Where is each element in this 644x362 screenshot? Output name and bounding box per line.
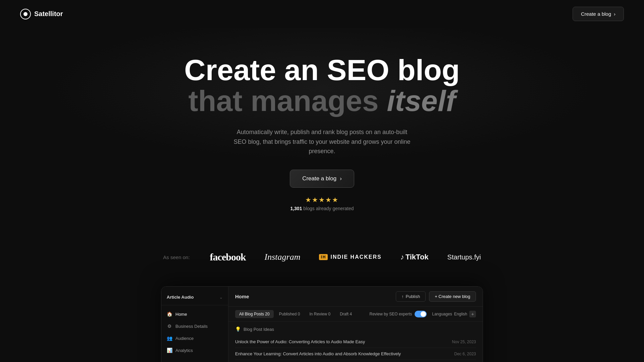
blogs-generated: 1,301 blogs already generated [290, 206, 354, 211]
main-header: Home ↑ Publish + Create new blog [228, 287, 483, 307]
sidebar-header: Article Audio ⌄ [161, 292, 228, 305]
post-title: Enhance Your Learning: Convert Articles … [235, 351, 401, 356]
filter-draft[interactable]: Draft 4 [336, 310, 356, 318]
hero-title-line1: Create an SEO blog [20, 55, 624, 85]
post-title: Unlock the Power of Audio: Converting Ar… [235, 339, 365, 344]
brand-tiktok: ♪ TikTok [400, 253, 429, 261]
lang-plus-button[interactable]: + [469, 311, 476, 317]
brand-startups: Startups.fyi [447, 253, 481, 261]
hero-cta-arrow: › [340, 175, 342, 182]
startups-text: Startups.fyi [447, 253, 481, 261]
lang-label: Languages [432, 312, 452, 316]
facebook-logo: facebook [210, 251, 246, 263]
brand-indie-hackers: IH INDIE HACKERS [319, 254, 381, 260]
post-date: Nov 25, 2023 [452, 340, 476, 344]
hero-cta-label: Create a blog [302, 175, 336, 182]
section-header: 💡 Blog Post Ideas [235, 326, 476, 332]
main-content: Home ↑ Publish + Create new blog All Blo… [228, 287, 483, 362]
instagram-logo: Instagram [265, 252, 301, 262]
sidebar-item-home-label: Home [175, 312, 187, 317]
create-new-blog-label: + Create new blog [435, 294, 470, 299]
home-icon: 🏠 [167, 311, 172, 317]
sidebar-arrow-icon: ⌄ [219, 295, 223, 300]
blogs-label: blogs already generated [303, 206, 354, 211]
posts-section: 💡 Blog Post Ideas Unlock the Power of Au… [228, 322, 483, 362]
bulb-icon: 💡 [235, 326, 241, 332]
main-page-title: Home [235, 294, 249, 299]
sidebar-blog-title: Article Audio [167, 295, 194, 300]
filter-in-review[interactable]: In Review 0 [305, 310, 334, 318]
review-toggle-switch[interactable] [415, 311, 427, 317]
create-new-blog-button[interactable]: + Create new blog [429, 291, 476, 302]
hero-title-line2-italic: itself [387, 84, 455, 117]
business-icon: ⚙ [167, 323, 172, 329]
audience-icon: 👥 [167, 336, 172, 341]
hero-create-blog-button[interactable]: Create a blog › [290, 170, 354, 188]
brand-list: facebook Instagram IH INDIE HACKERS ♪ Ti… [210, 251, 481, 263]
dashboard-preview: Article Audio ⌄ 🏠 Home ⚙ Business Detail… [161, 286, 483, 362]
hero-title-line2: that manages itself [20, 85, 624, 116]
stars: ★★★★★ [305, 196, 339, 204]
filter-all[interactable]: All Blog Posts 20 [235, 310, 274, 318]
post-item[interactable]: The Ultimate Guide to Converting Article… [235, 360, 476, 362]
brand-instagram: Instagram [265, 252, 301, 262]
sidebar-item-business[interactable]: ⚙ Business Details [161, 320, 228, 332]
review-toggle: Review by SEO experts [370, 311, 427, 317]
publish-button[interactable]: ↑ Publish [396, 291, 426, 302]
hero-title-line2-normal: that manages [188, 84, 378, 117]
nav-create-blog-button[interactable]: Create a blog › [573, 7, 624, 21]
post-item[interactable]: Enhance Your Learning: Convert Articles … [235, 348, 476, 360]
blogs-count: 1,301 [290, 206, 302, 211]
as-seen-on-section: As seen on: facebook Instagram IH INDIE … [0, 235, 644, 280]
hero-title: Create an SEO blog that manages itself [20, 55, 624, 117]
sidebar-item-home[interactable]: 🏠 Home [161, 308, 228, 320]
ih-badge: IH [319, 254, 328, 260]
lang-value: English [454, 312, 467, 316]
sidebar-item-analytics[interactable]: 📊 Analytics [161, 344, 228, 356]
sidebar-item-business-label: Business Details [175, 324, 208, 329]
sidebar-item-audience-label: Audience [175, 336, 194, 341]
publish-icon: ↑ [401, 294, 404, 299]
social-proof: ★★★★★ 1,301 blogs already generated [20, 196, 624, 211]
hero-section: Create an SEO blog that manages itself A… [0, 28, 644, 231]
publish-label: Publish [406, 294, 420, 299]
logo: Satellitor [20, 9, 63, 19]
logo-text: Satellitor [34, 10, 63, 18]
filter-published[interactable]: Published 0 [275, 310, 304, 318]
hero-subtitle: Automatically write, publish and rank bl… [231, 127, 413, 156]
tiktok-text: TikTok [406, 253, 429, 261]
analytics-icon: 📊 [167, 348, 172, 353]
language-selector: Languages English + [432, 311, 476, 317]
sidebar-item-audience[interactable]: 👥 Audience [161, 332, 228, 344]
sidebar: Article Audio ⌄ 🏠 Home ⚙ Business Detail… [161, 287, 228, 362]
brand-facebook: facebook [210, 251, 246, 263]
nav-cta-arrow: › [614, 11, 615, 17]
post-item[interactable]: Unlock the Power of Audio: Converting Ar… [235, 336, 476, 348]
filter-right: Review by SEO experts Languages English … [370, 311, 476, 317]
filters-bar: All Blog Posts 20 Published 0 In Review … [228, 307, 483, 322]
filter-tabs: All Blog Posts 20 Published 0 In Review … [235, 310, 356, 318]
as-seen-label: As seen on: [163, 254, 190, 260]
nav-cta-label: Create a blog [581, 11, 611, 17]
navbar: Satellitor Create a blog › [0, 0, 644, 28]
post-date: Dec 6, 2023 [454, 352, 476, 356]
header-actions: ↑ Publish + Create new blog [396, 291, 476, 302]
tiktok-icon: ♪ [400, 253, 404, 261]
logo-icon [20, 9, 31, 19]
section-title: Blog Post Ideas [244, 327, 274, 332]
dashboard-inner: Article Audio ⌄ 🏠 Home ⚙ Business Detail… [161, 287, 483, 362]
review-label: Review by SEO experts [370, 312, 412, 316]
sidebar-item-analytics-label: Analytics [175, 348, 193, 353]
toggle-knob [421, 311, 426, 317]
indie-hackers-text: INDIE HACKERS [330, 254, 381, 260]
